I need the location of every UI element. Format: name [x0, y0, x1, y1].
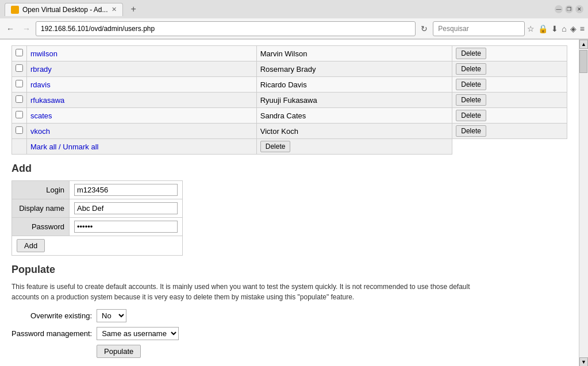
delete-button-cell: Delete	[452, 77, 567, 93]
menu-icon[interactable]: ≡	[580, 24, 585, 33]
scroll-track[interactable]	[579, 49, 588, 357]
populate-form: Overwrite existing: No Yes Password mana…	[11, 309, 567, 358]
window-close-button[interactable]: ✕	[575, 5, 583, 13]
display-name-cell: Rosemary Brady	[256, 61, 452, 77]
window-minimize-button[interactable]: —	[555, 5, 563, 13]
display-name-label: Display name	[12, 199, 70, 218]
password-mgmt-row: Password management: Same as username Ra…	[11, 327, 567, 340]
overwrite-select[interactable]: No Yes	[97, 309, 126, 322]
row-checkbox-cell	[12, 77, 27, 93]
table-row: scates Sandra Cates Delete	[12, 108, 567, 124]
row-checkbox[interactable]	[16, 80, 23, 87]
row-checkbox-cell	[12, 124, 27, 139]
username-link[interactable]: rdavis	[30, 80, 51, 89]
login-label: Login	[12, 181, 70, 199]
display-name-input[interactable]	[74, 202, 178, 214]
browser-tab[interactable]: Open Virtual Desktop - Ad... ✕	[5, 3, 123, 16]
lock-icon: 🔒	[538, 24, 548, 33]
username-link[interactable]: scates	[30, 111, 52, 120]
display-name-cell: Victor Koch	[256, 124, 452, 139]
table-row: rbrady Rosemary Brady Delete	[12, 61, 567, 77]
delete-button[interactable]: Delete	[456, 63, 486, 75]
delete-button[interactable]: Delete	[456, 125, 486, 137]
display-name-row: Display name	[12, 199, 183, 218]
mark-all-checkbox-cell	[12, 139, 27, 155]
delete-button-cell: Delete	[452, 61, 567, 77]
password-mgmt-select[interactable]: Same as username Random Fixed	[97, 327, 179, 340]
add-form: Login Display name Passwor	[11, 180, 183, 256]
display-name-cell: Marvin Wilson	[256, 46, 452, 61]
users-table: mwilson Marvin Wilson Delete rbrady Rose…	[11, 45, 567, 155]
search-input[interactable]	[433, 21, 525, 36]
password-input-cell	[70, 218, 183, 236]
populate-description: This feature is useful to create default…	[11, 282, 471, 302]
delete-button[interactable]: Delete	[456, 48, 486, 59]
row-checkbox[interactable]	[16, 95, 23, 103]
add-button-cell: Add	[12, 236, 183, 256]
pocket-icon[interactable]: ◈	[570, 24, 577, 33]
username-cell: mwilson	[27, 46, 257, 61]
tab-close-button[interactable]: ✕	[112, 6, 117, 13]
window-maximize-button[interactable]: ❐	[565, 5, 573, 13]
password-input[interactable]	[74, 221, 178, 233]
display-name-cell: Ricardo Davis	[256, 77, 452, 93]
delete-button-cell: Delete	[452, 46, 567, 61]
username-cell: rbrady	[27, 61, 257, 77]
password-row: Password	[12, 218, 183, 236]
add-section-title: Add	[11, 163, 567, 175]
mark-all-link[interactable]: Mark all / Unmark all	[30, 142, 98, 151]
overwrite-row: Overwrite existing: No Yes	[11, 309, 567, 322]
new-tab-button[interactable]: +	[128, 4, 140, 14]
delete-button[interactable]: Delete	[456, 94, 486, 106]
display-name-cell: Sandra Cates	[256, 108, 452, 124]
scroll-thumb[interactable]	[579, 50, 587, 73]
row-checkbox-cell	[12, 108, 27, 124]
populate-button-row: Populate	[11, 345, 567, 358]
nav-back-button[interactable]: ←	[3, 23, 17, 34]
login-row: Login	[12, 181, 183, 199]
username-link[interactable]: rbrady	[30, 65, 52, 74]
bookmark-icon[interactable]: ☆	[527, 24, 535, 33]
add-button-row: Add	[12, 236, 183, 256]
username-link[interactable]: vkoch	[30, 127, 50, 136]
address-bar[interactable]	[36, 21, 416, 36]
delete-button[interactable]: Delete	[456, 79, 486, 90]
mark-all-row: Mark all / Unmark all Delete	[12, 139, 567, 155]
scrollbar[interactable]: ▲ ▼	[579, 40, 588, 366]
scroll-down-button[interactable]: ▼	[579, 357, 588, 366]
table-row: rfukasawa Ryuuji Fukasawa Delete	[12, 93, 567, 108]
scroll-up-button[interactable]: ▲	[579, 40, 588, 49]
row-checkbox-cell	[12, 46, 27, 61]
overwrite-label: Overwrite existing:	[11, 311, 92, 320]
populate-section-title: Populate	[11, 264, 567, 276]
add-button[interactable]: Add	[17, 239, 45, 252]
nav-forward-button[interactable]: →	[20, 23, 33, 34]
row-checkbox[interactable]	[16, 126, 23, 134]
login-input[interactable]	[74, 184, 178, 196]
username-link[interactable]: mwilson	[30, 49, 57, 58]
delete-all-button[interactable]: Delete	[260, 141, 291, 152]
table-row: rdavis Ricardo Davis Delete	[12, 77, 567, 93]
populate-button[interactable]: Populate	[97, 345, 141, 358]
row-checkbox[interactable]	[16, 64, 23, 72]
username-cell: rdavis	[27, 77, 257, 93]
nav-refresh-button[interactable]: ↻	[418, 23, 431, 34]
display-name-input-cell	[70, 199, 183, 218]
table-row: vkoch Victor Koch Delete	[12, 124, 567, 139]
row-checkbox-cell	[12, 93, 27, 108]
row-checkbox-cell	[12, 61, 27, 77]
row-checkbox[interactable]	[16, 111, 23, 118]
mark-all-link-cell: Mark all / Unmark all	[27, 139, 257, 155]
username-cell: scates	[27, 108, 257, 124]
username-link[interactable]: rfukasawa	[30, 96, 64, 105]
display-name-cell: Ryuuji Fukasawa	[256, 93, 452, 108]
password-label: Password	[12, 218, 70, 236]
download-icon[interactable]: ⬇	[551, 24, 558, 33]
home-icon[interactable]: ⌂	[562, 24, 566, 33]
row-checkbox[interactable]	[16, 49, 23, 56]
add-section: Add Login Display name	[11, 163, 567, 256]
login-input-cell	[70, 181, 183, 199]
delete-button-cell: Delete	[452, 124, 567, 139]
delete-button[interactable]: Delete	[456, 110, 486, 121]
username-cell: rfukasawa	[27, 93, 257, 108]
